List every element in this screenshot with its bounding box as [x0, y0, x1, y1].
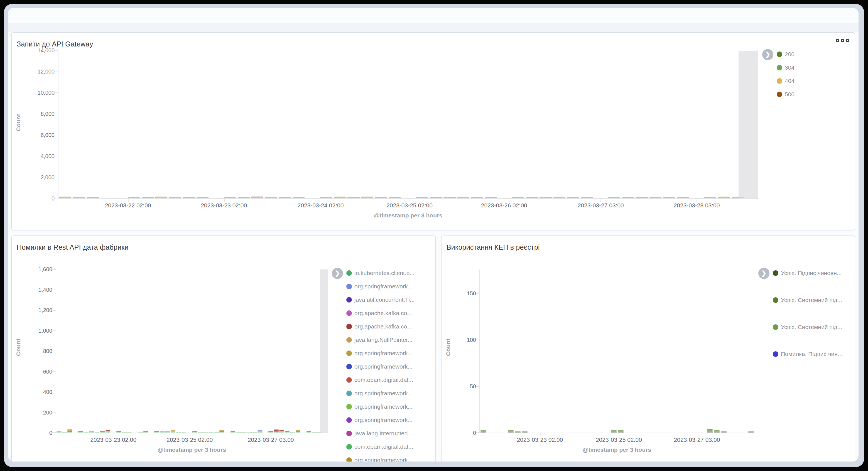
bar-segment-g[interactable] — [89, 432, 94, 433]
bar[interactable] — [296, 430, 301, 433]
bar[interactable] — [320, 197, 332, 198]
bar[interactable] — [389, 197, 401, 198]
bar[interactable] — [485, 197, 497, 198]
bar-segment-d[interactable] — [522, 432, 528, 433]
bar-segment-d[interactable] — [748, 432, 754, 433]
bar[interactable] — [192, 431, 197, 433]
bar[interactable] — [290, 432, 295, 433]
bar-segment-200[interactable] — [443, 197, 456, 198]
bar[interactable] — [142, 197, 154, 198]
bar-segment-200[interactable] — [347, 197, 360, 198]
bar[interactable] — [57, 431, 62, 433]
bar-segment-200[interactable] — [526, 197, 538, 198]
legend-item-label[interactable]: org.springframework... — [354, 363, 412, 370]
bar[interactable] — [73, 197, 85, 198]
bar-segment-200[interactable] — [553, 197, 565, 198]
bar[interactable] — [567, 197, 579, 198]
bar[interactable] — [707, 429, 713, 433]
bar[interactable] — [279, 197, 291, 198]
bar[interactable] — [512, 197, 524, 198]
bar[interactable] — [375, 197, 387, 198]
bar[interactable] — [183, 197, 195, 198]
bar-segment-g[interactable] — [214, 432, 219, 433]
bar[interactable] — [214, 432, 219, 433]
bar[interactable] — [515, 431, 521, 433]
bar-segment-200[interactable] — [430, 197, 442, 198]
bar-segment-g[interactable] — [203, 432, 208, 433]
bar-segment-g[interactable] — [252, 432, 257, 433]
legend-item-label[interactable]: 500 — [785, 91, 795, 98]
bar[interactable] — [105, 430, 111, 433]
bar[interactable] — [78, 431, 83, 433]
bar[interactable] — [457, 197, 469, 198]
bar-segment-g[interactable] — [84, 432, 89, 433]
bar-segment-200[interactable] — [512, 197, 524, 198]
bar-segment-g[interactable] — [116, 432, 121, 433]
bar-segment-200[interactable] — [59, 197, 71, 198]
bar-segment-200[interactable] — [375, 197, 387, 198]
bar-segment-g[interactable] — [62, 432, 67, 433]
bar[interactable] — [138, 432, 143, 433]
bar[interactable] — [196, 197, 209, 198]
legend-item-label[interactable]: Успіх. Системний під... — [781, 324, 842, 331]
bar[interactable] — [236, 432, 241, 433]
bar[interactable] — [84, 432, 89, 433]
bar-segment-d[interactable] — [515, 432, 521, 433]
bar-segment-g[interactable] — [290, 432, 295, 433]
bar[interactable] — [219, 430, 224, 433]
legend-item-label[interactable]: org.apache.kafka.co... — [354, 323, 412, 330]
bar[interactable] — [127, 432, 132, 433]
bar-segment-g[interactable] — [307, 432, 311, 433]
bar[interactable] — [334, 196, 346, 198]
bar-segment-g[interactable] — [247, 432, 252, 433]
bar-segment-200[interactable] — [87, 197, 99, 198]
bar-segment-200[interactable] — [292, 197, 305, 198]
bar-segment-d[interactable] — [714, 432, 720, 433]
bar[interactable] — [721, 431, 726, 433]
bar[interactable] — [618, 430, 624, 433]
bar[interactable] — [247, 432, 252, 433]
bar-segment-200[interactable] — [471, 197, 483, 198]
bar[interactable] — [480, 430, 486, 433]
bar-segment-200[interactable] — [608, 197, 620, 198]
bar[interactable] — [443, 197, 456, 198]
bar[interactable] — [522, 431, 528, 433]
legend-item-label[interactable]: java.lang.NullPointer... — [354, 337, 412, 343]
bar-segment-g[interactable] — [230, 432, 236, 433]
legend-item-label[interactable]: com.epam.digital.dat... — [354, 443, 413, 450]
bar[interactable] — [526, 197, 538, 198]
bar[interactable] — [636, 197, 648, 198]
bar[interactable] — [714, 430, 720, 433]
bar[interactable] — [238, 197, 250, 198]
bar[interactable] — [89, 431, 94, 433]
bar[interactable] — [182, 432, 187, 433]
bar[interactable] — [198, 432, 203, 433]
bar[interactable] — [128, 197, 140, 198]
bar-segment-g[interactable] — [192, 432, 197, 433]
bar-segment-d[interactable] — [611, 432, 617, 433]
legend-item-label[interactable]: Успіх. Системний під... — [781, 297, 842, 304]
bar-segment-g[interactable] — [176, 432, 181, 433]
bar-segment-g[interactable] — [219, 432, 224, 433]
legend-item-label[interactable]: org.springframework... — [354, 283, 412, 290]
bar[interactable] — [67, 429, 72, 433]
bar-segment-200[interactable] — [73, 197, 85, 198]
bar[interactable] — [649, 197, 661, 198]
bar-segment-g[interactable] — [257, 432, 262, 433]
bar[interactable] — [622, 197, 634, 198]
bar-segment-200[interactable] — [663, 197, 675, 198]
bar[interactable] — [230, 431, 236, 433]
bar[interactable] — [307, 431, 311, 433]
legend-item-label[interactable]: Успіх. Підпис чиновн... — [781, 270, 842, 276]
bar-segment-g[interactable] — [165, 432, 170, 433]
bar-segment-200[interactable] — [155, 197, 167, 198]
bar-segment-200[interactable] — [320, 197, 332, 198]
bar-segment-200[interactable] — [622, 197, 634, 198]
legend-item-label[interactable]: org.apache.kafka.co... — [354, 310, 412, 316]
bar-segment-g[interactable] — [268, 432, 273, 433]
bar[interactable] — [252, 432, 257, 433]
bar[interactable] — [416, 197, 428, 198]
bar-segment-g[interactable] — [67, 432, 72, 433]
bar-segment-g[interactable] — [78, 432, 83, 433]
bar[interactable] — [581, 197, 593, 198]
